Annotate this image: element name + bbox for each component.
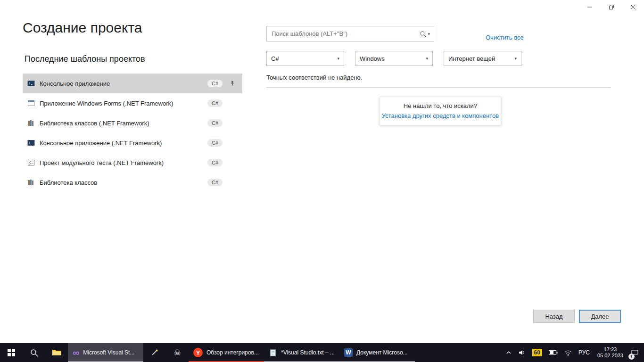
- battery-icon: [549, 350, 558, 355]
- language-badge: C#: [207, 80, 223, 87]
- chevron-up-icon: [506, 351, 512, 354]
- search-icon: [30, 349, 38, 357]
- console-app-icon: [27, 80, 35, 87]
- platform-filter-value: Windows: [360, 55, 385, 62]
- show-hidden-icons-button[interactable]: [503, 343, 515, 362]
- minimize-icon: [587, 4, 593, 10]
- skull-icon: ☠: [173, 348, 181, 358]
- taskbar-app-label: Документ Microso...: [356, 349, 408, 356]
- winforms-app-icon: [27, 99, 35, 107]
- close-icon: [630, 4, 636, 10]
- project-type-filter-value: Интернет вещей: [448, 55, 495, 62]
- taskbar-app-yandex-browser[interactable]: Y Обзор интегриров...: [189, 343, 264, 362]
- next-button[interactable]: Далее: [579, 310, 621, 323]
- filter-row: C# ▾ Windows ▾ Интернет вещей ▾: [266, 51, 521, 66]
- start-button[interactable]: [0, 343, 23, 362]
- template-search-box: ▾: [266, 26, 434, 41]
- search-icon: [420, 31, 426, 37]
- chevron-down-icon: ▾: [514, 56, 517, 61]
- folder-icon: [52, 349, 61, 356]
- chevron-down-icon: ▾: [337, 56, 339, 61]
- pin-slot-empty: [227, 179, 238, 186]
- taskbar-app-wand[interactable]: [143, 343, 166, 362]
- page-title: Создание проекта: [23, 20, 142, 36]
- windows-logo-icon: [8, 349, 15, 356]
- back-button[interactable]: Назад: [533, 310, 575, 323]
- search-input[interactable]: [267, 30, 420, 37]
- window-controls: [579, 0, 644, 14]
- template-item-console-app[interactable]: Консольное приложение C#: [23, 74, 242, 93]
- notepad-icon: [269, 348, 277, 357]
- chevron-down-icon: ▾: [426, 56, 428, 61]
- template-label: Консольное приложение: [40, 80, 203, 87]
- pin-slot-empty: [227, 99, 238, 107]
- no-results-message: Точных соответствий не найдено.: [266, 74, 362, 81]
- word-icon: W: [344, 348, 353, 357]
- pin-slot-empty: [227, 139, 238, 147]
- language-filter-value: C#: [271, 55, 279, 62]
- wifi-icon: [564, 350, 572, 356]
- restore-icon: [609, 4, 614, 10]
- language-code: РУС: [578, 349, 590, 356]
- chevron-down-icon: ▾: [428, 32, 430, 36]
- taskbar-app-label: Обзор интегриров...: [206, 349, 259, 356]
- pin-icon[interactable]: [227, 80, 238, 87]
- template-label: Консольное приложение (.NET Framework): [40, 140, 203, 147]
- language-filter-dropdown[interactable]: C# ▾: [266, 51, 344, 66]
- language-badge: C#: [207, 119, 223, 127]
- class-library-icon: [27, 119, 35, 127]
- network-button[interactable]: [561, 343, 575, 362]
- visual-studio-icon: ∞: [73, 348, 79, 357]
- suggestion-question: Не нашли то, что искали?: [380, 102, 501, 109]
- unit-test-icon: [27, 159, 35, 166]
- taskbar-app-visual-studio[interactable]: ∞ Microsoft Visual St...: [68, 343, 143, 362]
- file-explorer-button[interactable]: [45, 343, 68, 362]
- recent-templates-heading: Последние шаблоны проектов: [25, 54, 145, 64]
- taskbar-app-word[interactable]: W Документ Microso...: [339, 343, 415, 362]
- language-badge: C#: [207, 139, 223, 147]
- restore-button[interactable]: [601, 0, 622, 14]
- language-indicator[interactable]: РУС: [575, 343, 593, 362]
- template-label: Приложение Windows Forms (.NET Framework…: [40, 100, 203, 107]
- vs-create-project-window: Создание проекта Последние шаблоны проек…: [0, 0, 644, 362]
- template-item-class-library-netfx[interactable]: Библиотека классов (.NET Framework) C#: [23, 113, 242, 133]
- install-components-link[interactable]: Установка других средств и компонентов: [380, 112, 501, 119]
- system-tray: 60 РУС 17:23 05.02.2023 1: [503, 343, 644, 362]
- volume-button[interactable]: [515, 343, 529, 362]
- taskbar: ∞ Microsoft Visual St... ☠ Y Обзор интег…: [0, 343, 644, 362]
- pin-slot-empty: [227, 159, 238, 166]
- template-label: Проект модульного теста (.NET Framework): [40, 159, 203, 166]
- taskbar-app-skull-game[interactable]: ☠: [166, 343, 189, 362]
- taskbar-search-button[interactable]: [23, 343, 45, 362]
- results-divider: [266, 87, 611, 88]
- project-type-filter-dropdown[interactable]: Интернет вещей ▾: [444, 51, 521, 66]
- yandex-browser-icon: Y: [193, 348, 203, 357]
- taskbar-clock[interactable]: 17:23 05.02.2023: [593, 343, 627, 362]
- battery-percent-indicator[interactable]: 60: [529, 343, 545, 362]
- language-badge: C#: [207, 159, 223, 166]
- template-item-console-app-netfx[interactable]: Консольное приложение (.NET Framework) C…: [23, 133, 242, 153]
- platform-filter-dropdown[interactable]: Windows ▾: [355, 51, 433, 66]
- template-item-winforms-app[interactable]: Приложение Windows Forms (.NET Framework…: [23, 93, 242, 113]
- action-center-button[interactable]: 1: [627, 343, 642, 362]
- console-app-icon: [27, 139, 35, 147]
- close-button[interactable]: [622, 0, 644, 14]
- minimize-button[interactable]: [579, 0, 601, 14]
- pin-slot-empty: [227, 119, 238, 127]
- speaker-icon: [518, 349, 526, 356]
- taskbar-app-notepad[interactable]: *Visual Studio.txt – ...: [264, 343, 339, 362]
- template-label: Библиотека классов (.NET Framework): [40, 120, 203, 127]
- language-badge: C#: [207, 179, 223, 186]
- language-badge: C#: [207, 99, 223, 107]
- recent-template-list: Консольное приложение C# Приложение Wind…: [23, 74, 242, 192]
- battery-button[interactable]: [545, 343, 561, 362]
- suggestion-card: Не нашли то, что искали? Установка други…: [380, 97, 501, 125]
- template-label: Библиотека классов: [40, 179, 203, 186]
- clear-all-link[interactable]: Очистить все: [486, 34, 524, 41]
- clock-time: 17:23: [604, 346, 617, 353]
- clock-date: 05.02.2023: [597, 353, 623, 359]
- search-controls[interactable]: ▾: [420, 31, 434, 37]
- template-item-unit-test-netfx[interactable]: Проект модульного теста (.NET Framework)…: [23, 153, 242, 173]
- template-item-class-library[interactable]: Библиотека классов C#: [23, 173, 242, 192]
- notification-count-badge: 1: [628, 354, 635, 360]
